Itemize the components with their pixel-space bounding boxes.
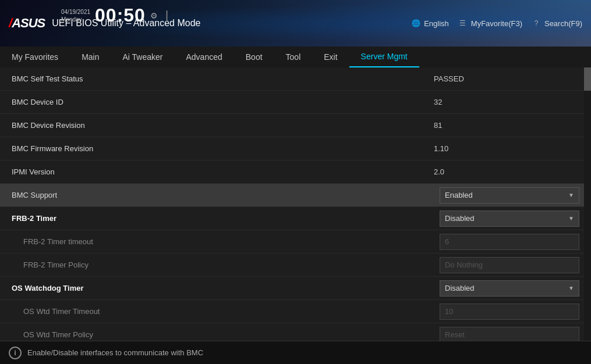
label-frb2-timer: FRB-2 Timer (12, 214, 440, 223)
my-favorite-button[interactable]: ☰ MyFavorite(F3) (458, 18, 522, 28)
row-bmc-self-test: BMC Self Test Status PASSED (0, 67, 591, 91)
dropdown-os-watchdog-timer[interactable]: Disabled ▼ (440, 280, 579, 297)
language-label: English (424, 19, 449, 28)
nav-item-main[interactable]: Main (70, 47, 111, 67)
label-bmc-device-id: BMC Device ID (12, 98, 434, 106)
asus-logo: /ASUS (9, 16, 45, 31)
nav-item-exit[interactable]: Exit (312, 47, 349, 67)
content-area: BMC Self Test Status PASSED BMC Device I… (0, 67, 591, 341)
myfavorite-label: MyFavorite(F3) (471, 19, 522, 28)
dropdown-os-watchdog-timer-value: Disabled (445, 284, 475, 292)
dropdown-frb2-timer-arrow: ▼ (568, 215, 574, 222)
info-icon: i (9, 347, 22, 359)
nav-item-ai-tweaker[interactable]: Ai Tweaker (111, 47, 174, 67)
label-bmc-firmware-rev: BMC Firmware Revision (12, 144, 434, 153)
row-frb2-timer: FRB-2 Timer Disabled ▼ (0, 207, 591, 230)
status-bar: i Enable/Disable interfaces to communica… (0, 341, 591, 364)
dropdown-frb2-timer-value: Disabled (445, 214, 475, 223)
row-os-watchdog-timer: OS Watchdog Timer Disabled ▼ (0, 277, 591, 300)
clock-display: 00:50 (95, 5, 146, 26)
row-bmc-device-id: BMC Device ID 32 (0, 91, 591, 114)
globe-icon: 🌐 (410, 18, 421, 28)
nav-item-boot[interactable]: Boot (234, 47, 274, 67)
scrollbar-thumb[interactable] (584, 67, 591, 91)
settings-icon[interactable]: ⚙ (150, 11, 158, 20)
day: Monday (61, 16, 90, 23)
value-ipmi-version: 2.0 (434, 167, 579, 176)
label-bmc-self-test: BMC Self Test Status (12, 74, 434, 83)
header-divider: | (165, 9, 168, 22)
label-bmc-device-rev: BMC Device Revision (12, 121, 434, 130)
scrollbar[interactable] (584, 67, 591, 341)
dropdown-bmc-support[interactable]: Enabled ▼ (440, 187, 579, 204)
row-bmc-support: BMC Support Enabled ▼ (0, 184, 591, 207)
label-os-wtd-timer-policy: OS Wtd Timer Policy (12, 330, 440, 339)
row-frb2-timer-policy: FRB-2 Timer Policy Do Nothing (0, 254, 591, 277)
label-os-wtd-timer-timeout: OS Wtd Timer Timeout (12, 307, 440, 316)
row-os-wtd-timer-policy: OS Wtd Timer Policy Reset (0, 323, 591, 341)
dropdown-bmc-support-arrow: ▼ (568, 192, 574, 198)
row-bmc-device-rev: BMC Device Revision 81 (0, 114, 591, 137)
nav-item-my-favorites[interactable]: My Favorites (0, 47, 70, 67)
field-frb2-timer-policy: Do Nothing (440, 257, 579, 273)
date-info: 04/19/2021 Monday (61, 8, 90, 23)
row-frb2-timer-timeout: FRB-2 Timer timeout 6 (0, 230, 591, 254)
question-icon: ? (531, 18, 542, 28)
date: 04/19/2021 (61, 8, 90, 16)
bookmark-icon: ☰ (458, 18, 468, 28)
dropdown-bmc-support-value: Enabled (445, 191, 473, 199)
search-label: Search(F9) (544, 19, 582, 28)
row-ipmi-version: IPMI Version 2.0 (0, 160, 591, 184)
search-button[interactable]: ? Search(F9) (531, 18, 582, 28)
row-os-wtd-timer-timeout: OS Wtd Timer Timeout 10 (0, 300, 591, 323)
language-selector[interactable]: 🌐 English (410, 18, 449, 28)
label-frb2-timer-timeout: FRB-2 Timer timeout (12, 237, 440, 246)
value-bmc-device-rev: 81 (434, 121, 579, 130)
label-os-watchdog-timer: OS Watchdog Timer (12, 284, 440, 292)
value-bmc-firmware-rev: 1.10 (434, 144, 579, 153)
top-right-info: 🌐 English ☰ MyFavorite(F3) ? Search(F9) (402, 0, 591, 47)
nav-item-tool[interactable]: Tool (274, 47, 313, 67)
dropdown-frb2-timer[interactable]: Disabled ▼ (440, 210, 579, 227)
value-bmc-device-id: 32 (434, 98, 579, 106)
field-os-wtd-timer-policy: Reset (440, 327, 579, 341)
row-bmc-firmware-rev: BMC Firmware Revision 1.10 (0, 137, 591, 160)
label-ipmi-version: IPMI Version (12, 167, 434, 176)
label-frb2-timer-policy: FRB-2 Timer Policy (12, 260, 440, 269)
field-frb2-timer-timeout: 6 (440, 234, 579, 250)
value-bmc-self-test: PASSED (434, 74, 579, 83)
status-message: Enable/Disable interfaces to communicate… (27, 348, 203, 357)
clock-area: 04/19/2021 Monday 00:50 ⚙ | (61, 5, 171, 26)
nav-item-advanced[interactable]: Advanced (174, 47, 233, 67)
nav-item-server-mgmt[interactable]: Server Mgmt (349, 47, 419, 67)
field-os-wtd-timer-timeout: 10 (440, 304, 579, 320)
label-bmc-support: BMC Support (12, 191, 440, 199)
nav-bar: My Favorites Main Ai Tweaker Advanced Bo… (0, 47, 591, 67)
dropdown-os-watchdog-timer-arrow: ▼ (568, 285, 574, 291)
